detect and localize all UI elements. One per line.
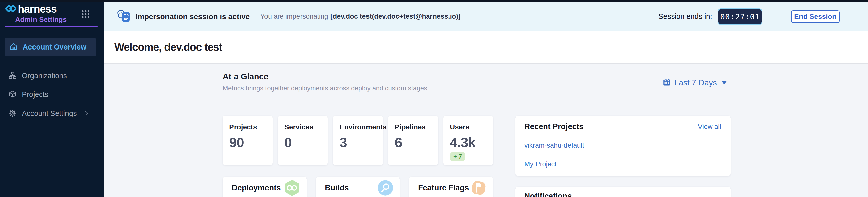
end-session-label: End Session xyxy=(794,12,837,21)
apps-grid-icon[interactable] xyxy=(82,10,90,19)
stat-value: 3 xyxy=(340,135,383,150)
recent-project-link[interactable]: vikram-sahu-default xyxy=(524,136,722,155)
harness-admin-dashboard: harness Admin Settings Account Overview xyxy=(0,0,868,197)
page-title: Welcome, dev.doc test xyxy=(114,41,222,53)
stat-card-users[interactable]: Users 4.3k + 7 xyxy=(443,116,493,165)
notifications-title: Notifications xyxy=(524,192,722,197)
stat-badge: + 7 xyxy=(450,152,465,161)
builds-icon xyxy=(377,179,394,197)
recent-projects-panel: Recent Projects View all vikram-sahu-def… xyxy=(515,116,731,176)
date-range-label: Last 7 Days xyxy=(674,78,717,87)
stat-value: 6 xyxy=(395,135,438,150)
brand-name: harness xyxy=(18,3,57,15)
impersonation-title: Impersonation session is active xyxy=(135,12,250,21)
stat-label: Environments xyxy=(340,123,383,131)
impersonation-banner: Impersonation session is active You are … xyxy=(104,2,868,31)
at-a-glance-subtitle: Metrics brings together deployments acro… xyxy=(223,84,427,92)
stat-value: 0 xyxy=(284,135,328,150)
sidebar-item-projects[interactable]: Projects xyxy=(0,85,104,104)
module-title: Builds xyxy=(325,184,349,193)
home-icon xyxy=(9,42,18,52)
at-a-glance-header: At a Glance Metrics brings together depl… xyxy=(223,72,427,92)
stat-label: Projects xyxy=(229,123,273,131)
chevron-right-icon xyxy=(83,110,90,117)
session-timer: 00:27:01 xyxy=(718,8,763,25)
module-title: Feature Flags xyxy=(418,184,469,193)
projects-cube-icon xyxy=(8,90,17,100)
feature-flags-icon xyxy=(470,179,487,197)
theater-masks-icon xyxy=(117,9,132,24)
impersonation-text: You are impersonating xyxy=(260,12,328,21)
welcome-band: Welcome, dev.doc test xyxy=(104,31,868,64)
recent-project-link[interactable]: My Project xyxy=(524,155,722,173)
stat-label: Users xyxy=(450,123,493,131)
stat-value: 4.3k xyxy=(450,135,493,150)
sidebar-item-account-overview[interactable]: Account Overview xyxy=(4,38,96,56)
deployments-icon xyxy=(283,179,301,197)
modules-row: Deployments Builds xyxy=(223,176,493,197)
module-title: Deployments xyxy=(232,184,281,193)
feature-flags-card[interactable]: Feature Flags xyxy=(409,176,493,197)
sidebar-item-label: Organizations xyxy=(22,72,67,80)
gear-icon xyxy=(8,109,17,118)
view-all-link[interactable]: View all xyxy=(698,123,721,131)
caret-down-icon xyxy=(721,81,727,84)
calendar-icon xyxy=(662,78,671,87)
date-range-picker[interactable]: Last 7 Days xyxy=(662,78,727,87)
stat-label: Pipelines xyxy=(395,123,438,131)
sidebar-item-organizations[interactable]: Organizations xyxy=(0,66,104,85)
sidebar-item-label: Account Overview xyxy=(23,43,86,51)
deployments-card[interactable]: Deployments xyxy=(223,176,307,197)
stat-card-pipelines[interactable]: Pipelines 6 xyxy=(388,116,438,165)
builds-card[interactable]: Builds xyxy=(316,176,400,197)
stat-value: 90 xyxy=(229,135,273,150)
recent-projects-title: Recent Projects xyxy=(524,122,583,131)
sidebar-item-label: Projects xyxy=(22,90,49,99)
stat-card-projects[interactable]: Projects 90 xyxy=(223,116,273,165)
stat-label: Services xyxy=(284,123,328,131)
harness-logo-icon xyxy=(4,4,17,14)
module-accent-line xyxy=(4,26,98,27)
sidebar-item-account-settings[interactable]: Account Settings xyxy=(0,104,104,123)
module-badge: Admin Settings xyxy=(15,15,104,24)
stat-card-services[interactable]: Services 0 xyxy=(278,116,328,165)
end-session-button[interactable]: End Session xyxy=(791,10,840,23)
organizations-icon xyxy=(8,71,17,81)
stats-row: Projects 90 Services 0 Environments 3 Pi… xyxy=(223,116,493,165)
stat-card-environments[interactable]: Environments 3 xyxy=(333,116,383,165)
sidebar-item-label: Account Settings xyxy=(22,109,77,118)
notifications-panel: Notifications xyxy=(515,187,731,197)
session-timer-value: 00:27:01 xyxy=(720,12,760,21)
main-content: At a Glance Metrics brings together depl… xyxy=(104,64,868,197)
session-ends-label: Session ends in: xyxy=(658,12,712,21)
window-top-edge xyxy=(0,0,868,2)
sidebar: harness Admin Settings Account Overview xyxy=(0,0,104,197)
at-a-glance-title: At a Glance xyxy=(223,72,427,81)
impersonation-user: [dev.doc test(dev.doc+test@harness.io)] xyxy=(331,12,461,21)
